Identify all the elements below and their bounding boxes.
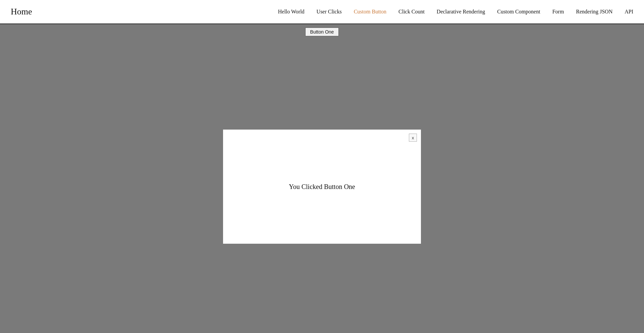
- brand-logo[interactable]: Home: [11, 7, 32, 17]
- nav-link-custom-component[interactable]: Custom Component: [497, 9, 540, 14]
- modal-close-button[interactable]: x: [409, 134, 417, 142]
- main-content: x You Clicked Button One: [0, 40, 644, 333]
- modal-message: You Clicked Button One: [289, 183, 355, 191]
- nav-link-form[interactable]: Form: [552, 9, 564, 14]
- nav-link-click-count[interactable]: Click Count: [398, 9, 425, 14]
- nav-link-custom-button[interactable]: Custom Button: [354, 9, 386, 14]
- nav-links: Hello WorldUser ClicksCustom ButtonClick…: [278, 9, 633, 15]
- nav-link-hello-world[interactable]: Hello World: [278, 9, 305, 14]
- nav-link-declarative-rendering[interactable]: Declarative Rendering: [437, 9, 485, 14]
- nav-link-user-clicks[interactable]: User Clicks: [317, 9, 342, 14]
- nav-link-api[interactable]: API: [625, 9, 633, 14]
- sub-header: Button One: [0, 24, 644, 40]
- navbar: Home Hello WorldUser ClicksCustom Button…: [0, 0, 644, 24]
- button-one[interactable]: Button One: [305, 28, 339, 36]
- nav-link-rendering-json[interactable]: Rendering JSON: [576, 9, 612, 14]
- modal: x You Clicked Button One: [223, 130, 421, 244]
- modal-backdrop: x You Clicked Button One: [0, 40, 644, 333]
